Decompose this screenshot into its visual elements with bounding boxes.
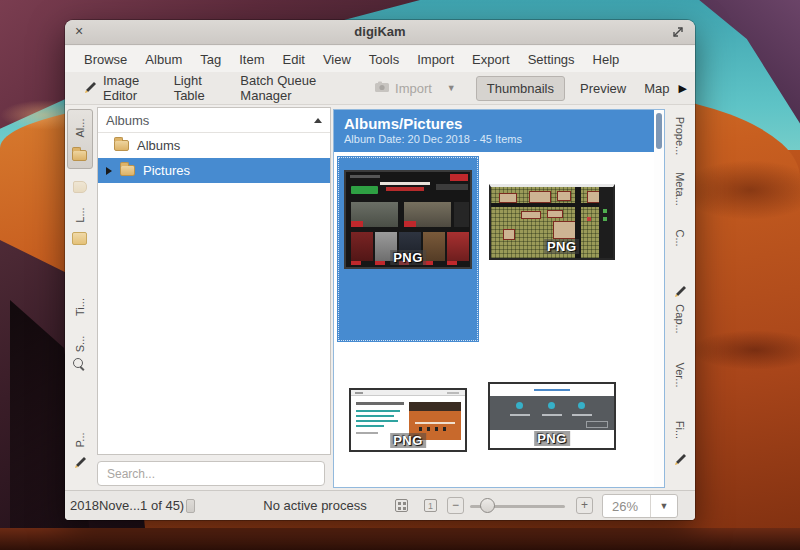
- zoom-level-value: 26%: [603, 499, 650, 514]
- tree-row-pictures[interactable]: Pictures: [98, 158, 330, 183]
- sidebar-tab-search[interactable]: S...: [65, 333, 95, 355]
- thumbnails-button[interactable]: Thumbnails: [476, 76, 565, 101]
- sidebar-tab-albums[interactable]: Al...: [67, 109, 93, 169]
- albums-panel: Albums Albums Pictures: [95, 105, 333, 490]
- grid-view-icon[interactable]: [395, 499, 408, 512]
- scrollbar: [654, 110, 664, 487]
- thumbnail-image-3: PNG: [349, 388, 467, 452]
- tools-tab-icon[interactable]: [665, 451, 695, 467]
- sidebar-tab-colors[interactable]: C...: [665, 225, 695, 251]
- pencil-icon: [82, 79, 98, 97]
- sidebar-tab-tags[interactable]: [65, 179, 95, 197]
- icon-view: Albums/Pictures Album Date: 20 Dec 2018 …: [333, 109, 665, 488]
- search-tab-icon[interactable]: [65, 357, 95, 373]
- sidebar-tab-versions[interactable]: Ver...: [665, 359, 695, 391]
- maximize-icon[interactable]: [671, 25, 685, 39]
- pencil-icon: [72, 454, 88, 470]
- format-badge: PNG: [534, 431, 570, 446]
- thumbnail-cell-2[interactable]: PNG: [481, 156, 623, 342]
- search-input[interactable]: [97, 461, 325, 486]
- desktop-wallpaper: × digiKam Browse Album Tag Item Edit Vie…: [0, 0, 800, 550]
- zoom-out-button[interactable]: −: [447, 497, 464, 514]
- label-icon: [72, 232, 87, 245]
- digikam-window: × digiKam Browse Album Tag Item Edit Vie…: [65, 20, 695, 520]
- battery-icon: [186, 499, 195, 513]
- preview-button[interactable]: Preview: [571, 76, 635, 101]
- collapse-arrow-icon: [314, 118, 322, 123]
- menu-settings[interactable]: Settings: [519, 48, 584, 71]
- menu-export[interactable]: Export: [463, 48, 519, 71]
- thumbnail-cell-3[interactable]: PNG: [337, 342, 479, 487]
- wallpaper-bottom-band: [0, 528, 800, 550]
- album-banner-title: Albums/Pictures: [344, 115, 644, 132]
- sidebar-tab-captions[interactable]: Cap...: [665, 301, 695, 337]
- tree-row-albums[interactable]: Albums: [98, 133, 330, 158]
- thumbnail-image-1: PNG: [344, 170, 472, 269]
- thumbnail-cell-1[interactable]: PNG: [337, 156, 479, 342]
- menu-import[interactable]: Import: [408, 48, 463, 71]
- image-editor-button[interactable]: Image Editor: [73, 68, 165, 108]
- process-status: No active process: [245, 498, 385, 513]
- zoom-in-button[interactable]: +: [576, 497, 593, 514]
- folder-icon: [114, 140, 129, 151]
- light-table-button[interactable]: Light Table: [165, 68, 232, 108]
- expander-arrow-icon[interactable]: [106, 167, 112, 175]
- titlebar: × digiKam: [65, 20, 695, 45]
- left-sidebar-tabs: Al... L... Ti... S...: [65, 105, 95, 490]
- toolbar-overflow-arrow-icon[interactable]: ▶: [679, 82, 687, 95]
- album-tree: Albums Albums Pictures: [97, 107, 331, 455]
- format-badge: PNG: [390, 250, 426, 265]
- toolbar: Image Editor Light Table Batch Queue Man…: [65, 72, 695, 105]
- album-banner-subtitle: Album Date: 20 Dec 2018 - 45 Items: [344, 133, 644, 145]
- thumbnail-image-2: PNG: [489, 184, 615, 260]
- album-banner: Albums/Pictures Album Date: 20 Dec 2018 …: [334, 110, 654, 152]
- zoom-level-combobox[interactable]: 26% ▼: [602, 494, 678, 518]
- right-sidebar-tabs: Prope... Meta... C...: [665, 105, 695, 490]
- fit-1-icon[interactable]: 1: [424, 499, 437, 512]
- captions-tab-icon[interactable]: [665, 283, 695, 299]
- thumbnail-cell-4[interactable]: PNG: [481, 342, 623, 487]
- batch-queue-manager-button[interactable]: Batch Queue Manager: [231, 68, 351, 108]
- import-dropdown-arrow-icon[interactable]: ▼: [441, 83, 462, 93]
- pencil-icon: [672, 283, 688, 302]
- album-tree-header[interactable]: Albums: [98, 108, 330, 133]
- camera-icon: [374, 81, 390, 96]
- label-icon-tab[interactable]: [65, 231, 95, 247]
- menu-help[interactable]: Help: [584, 48, 629, 71]
- thumbnail-image-4: PNG: [488, 382, 616, 450]
- selection-status: 2018Nove...1 of 45): [70, 498, 184, 513]
- combo-dropdown-arrow-icon[interactable]: ▼: [651, 501, 677, 511]
- magnifier-icon: [73, 358, 86, 371]
- folder-icon: [120, 165, 135, 176]
- folder-icon: [72, 150, 87, 161]
- window-body: Al... L... Ti... S...: [65, 105, 695, 490]
- album-search: [97, 461, 325, 486]
- format-badge: PNG: [544, 239, 580, 254]
- sidebar-tab-timeline[interactable]: Ti...: [65, 293, 95, 321]
- sidebar-tab-labels[interactable]: L...: [65, 203, 95, 227]
- tag-icon: [73, 181, 87, 193]
- import-button[interactable]: Import: [365, 76, 441, 101]
- window-title: digiKam: [65, 24, 695, 39]
- pencil-icon: [672, 451, 688, 470]
- zoom-slider-knob[interactable]: [480, 498, 495, 513]
- sidebar-tab-filters[interactable]: Fi...: [665, 417, 695, 443]
- sidebar-tab-people[interactable]: P...: [65, 429, 95, 451]
- sidebar-tab-properties[interactable]: Prope...: [665, 115, 695, 157]
- format-badge: PNG: [390, 433, 426, 448]
- menu-tools[interactable]: Tools: [360, 48, 408, 71]
- people-tab-icon[interactable]: [65, 453, 95, 471]
- scrollbar-thumb[interactable]: [656, 113, 662, 149]
- map-button[interactable]: Map: [635, 76, 678, 101]
- sidebar-tab-metadata[interactable]: Meta...: [665, 169, 695, 209]
- statusbar: 2018Nove...1 of 45) No active process 1 …: [65, 490, 695, 520]
